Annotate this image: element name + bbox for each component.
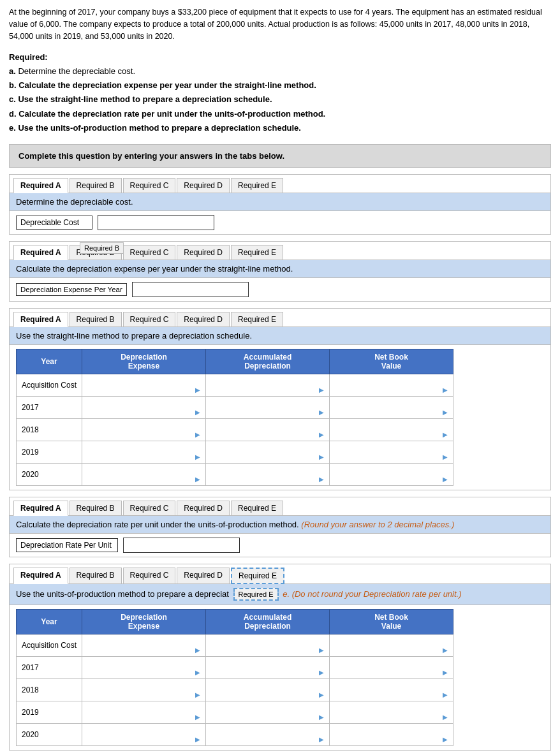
tab-required-d-5[interactable]: Required D (177, 568, 230, 584)
input-c-2019-acc[interactable] (211, 444, 324, 453)
cell-c-2020-nbv[interactable] (330, 463, 453, 485)
input-c-acq-dep[interactable] (87, 377, 200, 386)
cell-e-2020-nbv[interactable] (330, 723, 453, 745)
required-b-tooltip: Required B (80, 242, 124, 254)
cell-c-acq-nbv[interactable] (330, 374, 453, 396)
input-e-2019-nbv[interactable] (335, 704, 448, 714)
input-e-acq-dep[interactable] (87, 637, 200, 647)
cell-c-2019-dep[interactable] (82, 441, 206, 463)
depreciation-expense-input[interactable] (132, 282, 249, 297)
input-c-2019-nbv[interactable] (335, 444, 448, 453)
input-c-2018-dep[interactable] (87, 421, 200, 431)
section-d-header-note: (Round your answer to 2 decimal places.) (301, 520, 454, 529)
input-c-2018-nbv[interactable] (335, 421, 448, 431)
input-c-2020-dep[interactable] (87, 466, 200, 476)
cell-c-2017-nbv[interactable] (330, 396, 453, 418)
input-e-acq-acc[interactable] (211, 637, 324, 647)
input-c-2020-acc[interactable] (211, 466, 324, 476)
tabs-row-e: Required A Required B Required C Require… (10, 564, 550, 584)
tab-required-c-1[interactable]: Required C (123, 178, 176, 193)
input-e-2020-nbv[interactable] (335, 726, 448, 736)
cell-c-acq-dep[interactable] (82, 374, 206, 396)
cell-c-2018-acc[interactable] (206, 418, 330, 441)
cell-c-2017-dep[interactable] (82, 396, 206, 418)
tab-required-d-3[interactable]: Required D (177, 312, 230, 327)
tab-required-c-5[interactable]: Required C (123, 568, 176, 584)
tab-required-a-4[interactable]: Required A (13, 501, 68, 516)
input-e-2019-dep[interactable] (87, 704, 200, 714)
cell-e-acq-acc[interactable] (206, 634, 330, 656)
input-e-2018-dep[interactable] (87, 682, 200, 691)
cell-e-2017-nbv[interactable] (330, 656, 453, 678)
cell-e-2018-nbv[interactable] (330, 678, 453, 701)
tab-required-b-3[interactable]: Required B (70, 312, 122, 327)
section-e-note: e. (Do not round your Depreciation rate … (283, 589, 461, 599)
depreciation-expense-label: Depreciation Expense Per Year (16, 283, 127, 296)
tab-required-b-5[interactable]: Required B (70, 568, 122, 584)
cell-e-acq-nbv[interactable] (330, 634, 453, 656)
section-e-header: Use the units-of-production method to pr… (10, 584, 550, 605)
input-c-2020-nbv[interactable] (335, 466, 448, 476)
tab-required-b-4[interactable]: Required B (70, 501, 122, 516)
tab-required-c-4[interactable]: Required C (123, 501, 176, 516)
cell-e-2020-dep[interactable] (82, 723, 206, 745)
cell-e-2019-dep[interactable] (82, 701, 206, 723)
depreciable-cost-input[interactable] (98, 215, 214, 230)
input-e-2017-acc[interactable] (211, 659, 324, 669)
input-e-2019-acc[interactable] (211, 704, 324, 714)
cell-e-2019-acc[interactable] (206, 701, 330, 723)
tab-required-a-2[interactable]: Required A (13, 245, 68, 260)
tab-required-e-5[interactable]: Required E (231, 568, 284, 584)
input-e-acq-nbv[interactable] (335, 637, 448, 647)
cell-e-acq-dep[interactable] (82, 634, 206, 656)
cell-e-2018-dep[interactable] (82, 678, 206, 701)
input-e-2020-acc[interactable] (211, 726, 324, 736)
depreciation-rate-input[interactable] (123, 538, 240, 553)
tab-required-c-2[interactable]: Required C (123, 245, 176, 260)
cell-c-acq-acc[interactable] (206, 374, 330, 396)
input-c-acq-acc[interactable] (211, 377, 324, 386)
table-row: 2017 (17, 396, 453, 418)
tab-required-e-2[interactable]: Required E (231, 245, 283, 260)
cell-c-2018-dep[interactable] (82, 418, 206, 441)
input-c-2018-acc[interactable] (211, 421, 324, 431)
tab-required-e-4[interactable]: Required E (231, 501, 283, 516)
tab-required-a-1[interactable]: Required A (13, 178, 68, 193)
cell-c-2019-acc[interactable] (206, 441, 330, 463)
tab-required-a-3[interactable]: Required A (13, 312, 68, 327)
cell-e-2017-dep[interactable] (82, 656, 206, 678)
cell-e-2019-nbv[interactable] (330, 701, 453, 723)
cell-c-2019-nbv[interactable] (330, 441, 453, 463)
tab-required-c-3[interactable]: Required C (123, 312, 176, 327)
tab-required-e-1[interactable]: Required E (231, 178, 283, 193)
tab-required-d-2[interactable]: Required D (177, 245, 230, 260)
cell-c-2020-acc[interactable] (206, 463, 330, 485)
tab-required-d-1[interactable]: Required D (177, 178, 230, 193)
tab-required-e-3[interactable]: Required E (231, 312, 283, 327)
input-c-2019-dep[interactable] (87, 444, 200, 453)
cell-c-2017-acc[interactable] (206, 396, 330, 418)
input-e-2017-dep[interactable] (87, 659, 200, 669)
input-c-acq-nbv[interactable] (335, 377, 448, 386)
input-e-2018-acc[interactable] (211, 682, 324, 691)
cell-e-2017-acc[interactable] (206, 656, 330, 678)
tab-required-b-1[interactable]: Required B (70, 178, 122, 193)
tab-required-a-5[interactable]: Required A (13, 568, 68, 584)
row-label-2018-c: 2018 (17, 418, 82, 441)
cell-e-2018-acc[interactable] (206, 678, 330, 701)
required-item-e: e. Use the units-of-production method to… (9, 121, 551, 135)
input-c-2017-acc[interactable] (211, 399, 324, 409)
table-row: 2017 (17, 656, 453, 678)
input-e-2018-nbv[interactable] (335, 682, 448, 691)
input-e-2020-dep[interactable] (87, 726, 200, 736)
cell-c-2018-nbv[interactable] (330, 418, 453, 441)
input-c-2017-dep[interactable] (87, 399, 200, 409)
input-c-2017-nbv[interactable] (335, 399, 448, 409)
col-acc-dep-c: AccumulatedDepreciation (206, 349, 330, 374)
section-e-table: Year DepreciationExpense AccumulatedDepr… (16, 609, 453, 746)
tab-required-d-4[interactable]: Required D (177, 501, 230, 516)
cell-c-2020-dep[interactable] (82, 463, 206, 485)
cell-e-2020-acc[interactable] (206, 723, 330, 745)
section-a-input-row: Depreciable Cost (10, 211, 550, 234)
input-e-2017-nbv[interactable] (335, 659, 448, 669)
